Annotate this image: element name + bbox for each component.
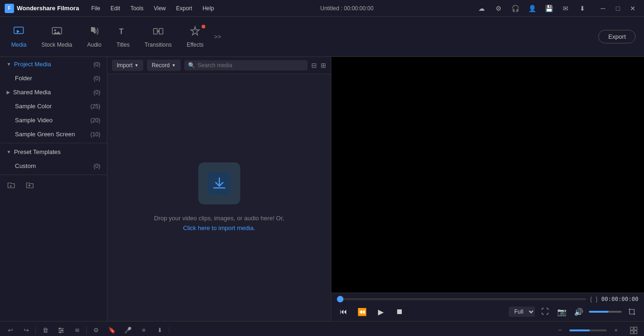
right-controls: Full ⛶ 📷 🔊: [509, 305, 638, 318]
volume-slider[interactable]: [589, 311, 622, 313]
toolbar-transitions[interactable]: Transitions: [137, 22, 179, 52]
import-link[interactable]: Click here to import media.: [183, 224, 255, 231]
search-input[interactable]: [198, 62, 304, 69]
zoom-out-btn[interactable]: −: [553, 324, 567, 336]
menu-tools[interactable]: Tools: [126, 3, 148, 14]
import-button[interactable]: Import ▼: [112, 60, 143, 71]
sidebar-item-custom[interactable]: Custom (0): [2, 159, 105, 173]
chevron-down-icon: ▼: [7, 62, 11, 67]
export-button[interactable]: Export: [598, 30, 636, 43]
zoom-track[interactable]: [569, 329, 607, 331]
settings-tl-btn[interactable]: ⚙: [90, 324, 103, 336]
media-panel: Import ▼ Record ▼ 🔍 ⊟ ⊞: [107, 57, 331, 321]
adjust-btn[interactable]: [55, 324, 68, 336]
close-btn[interactable]: ✕: [626, 2, 639, 15]
playback-scrubber[interactable]: [337, 298, 586, 300]
fullscreen-btn[interactable]: ⛶: [539, 305, 552, 318]
sidebar-item-sample-color[interactable]: Sample Color (25): [2, 99, 105, 113]
drop-zone: Drop your video clips, images, or audio …: [107, 74, 331, 321]
preview-screen: [331, 57, 644, 293]
stop-btn[interactable]: ⏹: [393, 305, 406, 318]
marker-btn[interactable]: 🔖: [105, 324, 119, 336]
snapshot-btn[interactable]: 📷: [555, 305, 568, 318]
cloud-btn[interactable]: ☁: [475, 2, 488, 15]
mail-btn[interactable]: ✉: [559, 2, 572, 15]
toolbar-effects[interactable]: Effects: [179, 22, 211, 52]
record-label: Record: [152, 62, 170, 69]
transitions-icon: [153, 26, 164, 40]
playback-controls: ⏮ ⏪ ▶ ⏹ Full ⛶ 📷 🔊: [337, 305, 638, 318]
audio-label: Audio: [87, 42, 102, 48]
zoom-in-btn[interactable]: +: [609, 324, 623, 336]
minimize-btn[interactable]: ─: [596, 2, 609, 15]
main-area: ▼ Project Media (0) Folder (0) ▶ Shared …: [0, 57, 644, 321]
sidebar-item-preset-templates[interactable]: ▼ Preset Templates: [2, 145, 105, 159]
download-btn[interactable]: ⬇: [576, 2, 589, 15]
import-folder-btn[interactable]: [22, 179, 37, 192]
project-media-label: Project Media: [14, 61, 93, 68]
headset-btn[interactable]: 🎧: [509, 2, 522, 15]
svg-rect-16: [634, 327, 637, 330]
preset-templates-group: ▼ Preset Templates Custom (0): [0, 145, 107, 173]
maximize-btn[interactable]: □: [611, 2, 624, 15]
mic-tl-btn[interactable]: 🎤: [121, 324, 134, 336]
filter-icon[interactable]: ⊟: [311, 62, 317, 69]
timeline: ↩ ↪ 🗑 ≋ ⚙ 🔖 🎤 ≡ ⬇ − + 📹: [0, 321, 644, 336]
titlebar: F Wondershare Filmora File Edit Tools Vi…: [0, 0, 644, 17]
sidebar-item-shared-media[interactable]: ▶ Shared Media (0): [2, 85, 105, 99]
redo-btn[interactable]: ↪: [20, 324, 33, 336]
sidebar-item-project-media[interactable]: ▼ Project Media (0): [2, 57, 105, 71]
folder-label: Folder: [15, 75, 93, 82]
quality-select[interactable]: Full: [509, 307, 535, 317]
save-btn[interactable]: 💾: [542, 2, 555, 15]
grid-view-icon[interactable]: ⊞: [321, 62, 326, 69]
toolbar-audio[interactable]: Audio: [80, 22, 109, 52]
svg-point-2: [54, 29, 56, 31]
sample-color-count: (25): [91, 103, 100, 110]
toolbar-titles[interactable]: T Titles: [109, 22, 137, 52]
menu-bar: File Edit Tools View Export Help: [86, 3, 218, 14]
menu-edit[interactable]: Edit: [106, 3, 125, 14]
timeline-toolbar: ↩ ↪ 🗑 ≋ ⚙ 🔖 🎤 ≡ ⬇ − +: [0, 322, 644, 336]
custom-label: Custom: [15, 162, 93, 169]
zoom-controls: − +: [553, 324, 623, 336]
menu-file[interactable]: File: [86, 3, 105, 14]
toolbar-media[interactable]: Media: [4, 22, 34, 52]
toolbar-more-btn[interactable]: >>: [211, 30, 224, 43]
record-button[interactable]: Record ▼: [147, 60, 181, 71]
step-back-btn[interactable]: ⏪: [356, 305, 369, 318]
menu-help[interactable]: Help: [198, 3, 219, 14]
preset-templates-label: Preset Templates: [14, 148, 100, 155]
bracket-open-btn[interactable]: {: [590, 296, 592, 302]
drop-text: Drop your video clips, images, or audio …: [154, 214, 284, 233]
toolbar-stock-media[interactable]: Stock Media: [34, 22, 80, 52]
crop-btn[interactable]: [625, 305, 638, 318]
new-folder-btn[interactable]: [4, 179, 19, 192]
delete-btn[interactable]: 🗑: [39, 324, 52, 336]
skip-back-btn[interactable]: ⏮: [337, 305, 350, 318]
undo-btn[interactable]: ↩: [4, 324, 17, 336]
settings-btn[interactable]: ⚙: [492, 2, 505, 15]
fit-btn[interactable]: [627, 324, 640, 336]
volume-btn[interactable]: 🔊: [572, 305, 585, 318]
scrubber-thumb[interactable]: [337, 296, 343, 302]
media-icon: [13, 26, 24, 40]
insert-tl-btn[interactable]: ⬇: [153, 324, 166, 336]
menu-export[interactable]: Export: [171, 3, 197, 14]
sidebar-item-folder[interactable]: Folder (0): [2, 71, 105, 85]
sample-green-screen-label: Sample Green Screen: [15, 131, 91, 138]
waveform-btn[interactable]: ≋: [70, 324, 84, 336]
svg-rect-0: [14, 27, 23, 34]
bracket-close-btn[interactable]: }: [596, 296, 598, 302]
tl-divider-3: [169, 327, 169, 334]
audio-icon: [89, 26, 100, 40]
align-tl-btn[interactable]: ≡: [137, 324, 150, 336]
record-chevron-icon: ▼: [172, 63, 176, 68]
sample-video-count: (20): [91, 117, 100, 124]
sample-color-label: Sample Color: [15, 103, 91, 110]
sidebar-item-sample-green-screen[interactable]: Sample Green Screen (10): [2, 127, 105, 141]
account-btn[interactable]: 👤: [525, 2, 539, 15]
play-btn[interactable]: ▶: [374, 305, 387, 318]
menu-view[interactable]: View: [149, 3, 170, 14]
sidebar-item-sample-video[interactable]: Sample Video (20): [2, 113, 105, 127]
